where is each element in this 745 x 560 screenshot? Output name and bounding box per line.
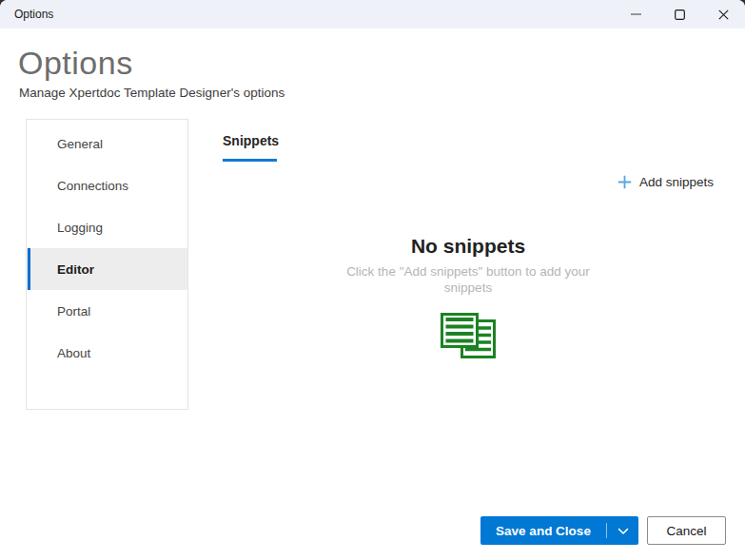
- save-and-close-label: Save and Close: [496, 524, 591, 538]
- sidebar-item-label: General: [57, 137, 103, 151]
- sidebar-item-label: Logging: [57, 221, 103, 235]
- empty-state-title: No snippets: [335, 235, 601, 258]
- maximize-button[interactable]: [657, 0, 701, 29]
- sidebar-item-editor[interactable]: Editor: [27, 248, 187, 290]
- titlebar: Options: [0, 0, 745, 29]
- page-title: Options: [18, 45, 133, 82]
- tab-active-underline: [223, 159, 277, 162]
- cancel-label: Cancel: [666, 524, 706, 538]
- tab-label: Snippets: [223, 133, 279, 148]
- sidebar-item-label: Editor: [57, 262, 94, 277]
- sidebar-item-label: Portal: [57, 304, 90, 319]
- maximize-icon: [675, 10, 685, 20]
- close-icon: [718, 10, 729, 20]
- minimize-icon: [631, 13, 641, 15]
- tab-snippets[interactable]: Snippets: [223, 133, 279, 162]
- sidebar-item-label: About: [57, 346, 90, 360]
- add-snippets-button[interactable]: Add snippets: [618, 175, 714, 189]
- save-and-close-button[interactable]: Save and Close: [480, 516, 606, 545]
- sidebar-item-connections[interactable]: Connections: [27, 164, 187, 206]
- sidebar-item-general[interactable]: General: [27, 123, 187, 164]
- snippets-icon: [335, 311, 601, 364]
- sidebar-item-logging[interactable]: Logging: [27, 206, 187, 248]
- window-title: Options: [0, 8, 53, 21]
- cancel-button[interactable]: Cancel: [647, 516, 726, 545]
- page-subtitle: Manage Xpertdoc Template Designer's opti…: [19, 86, 284, 100]
- sidebar-item-portal[interactable]: Portal: [27, 290, 187, 332]
- empty-state: No snippets Click the "Add snippets" but…: [335, 235, 601, 364]
- sidebar-item-about[interactable]: About: [27, 332, 187, 374]
- sidebar-item-label: Connections: [57, 179, 128, 193]
- close-button[interactable]: [701, 0, 745, 29]
- plus-icon: [618, 175, 632, 189]
- options-dialog: Options Options Manage Xpertdoc Template…: [0, 0, 745, 560]
- add-snippets-label: Add snippets: [639, 175, 714, 189]
- chevron-down-icon: [618, 522, 629, 539]
- window-controls: [614, 0, 745, 29]
- empty-state-message: Click the "Add snippets" button to add y…: [339, 264, 598, 297]
- save-and-close-split-button: Save and Close: [480, 516, 638, 545]
- sidebar: General Connections Logging Editor Porta…: [26, 119, 188, 410]
- save-options-dropdown-button[interactable]: [607, 516, 638, 545]
- minimize-button[interactable]: [614, 0, 657, 29]
